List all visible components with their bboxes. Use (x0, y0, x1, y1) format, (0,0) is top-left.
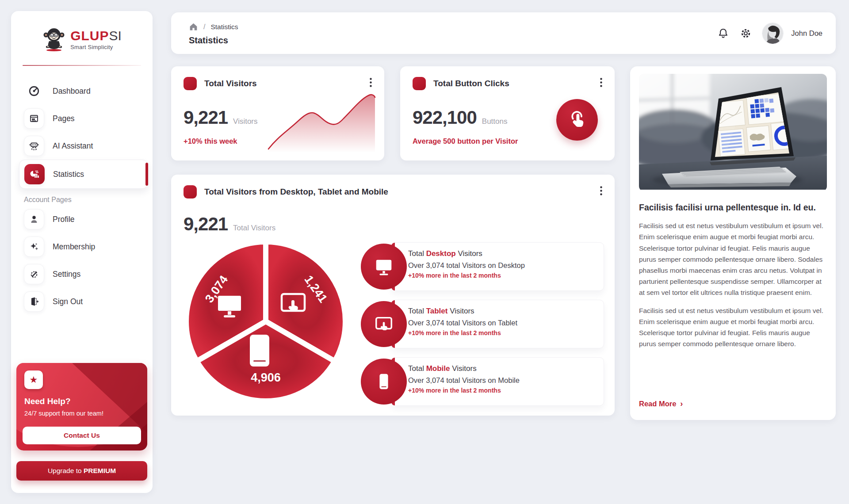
mobile-icon (250, 335, 269, 367)
row-delta: +10% more in the last 2 months (408, 387, 597, 394)
help-title: Need Help? (24, 397, 141, 406)
row-detail: Over 3,074 total Visitors on Desktop (408, 261, 597, 270)
sidebar-item-label: Dashboard (53, 87, 91, 96)
visitors-delta: +10% this week (184, 137, 237, 145)
devices-total-unit: Total Visitors (233, 224, 275, 233)
device-row-mobile: Total Mobile Visitors Over 3,074 total V… (361, 357, 604, 406)
brand-name: GLUPSI (70, 29, 122, 42)
devices-total-value: 9,221 (184, 214, 228, 235)
help-subtitle: 24/7 support from our team! (24, 410, 141, 417)
visitors-unit: Visitors (233, 117, 257, 126)
card-badge (184, 77, 197, 90)
brand-logo: GLUPSI Smart Simplicity (11, 11, 153, 53)
row-title: Total Tablet Visitors (408, 307, 597, 316)
row-delta: +10% more in the last 2 months (408, 329, 597, 336)
gear-icon[interactable] (740, 27, 752, 39)
wrench-gear-icon (24, 264, 44, 284)
pie-label-mobile: 4,906 (251, 371, 281, 384)
article-panel: Facilisis facilisi urna pellentesque in.… (630, 66, 836, 420)
card-title: Total Visitors from Desktop, Tablet and … (204, 187, 388, 197)
sidebar-item-label: AI Assistant (53, 141, 93, 151)
sidebar-item-label: Membership (53, 242, 95, 252)
sidebar-item-dashboard[interactable]: Dashboard (11, 77, 153, 105)
sidebar-item-label: Sign Out (53, 297, 83, 306)
clicks-note: Average 500 button per Visitor (413, 137, 518, 145)
article-heading: Facilisis facilisi urna pellentesque in.… (639, 202, 827, 213)
sidebar-item-label: Pages (53, 114, 75, 123)
mobile-icon (361, 359, 407, 405)
pages-icon (24, 108, 44, 129)
device-row-desktop: Total Desktop Visitors Over 3,074 total … (361, 242, 604, 291)
kebab-menu-icon[interactable] (597, 184, 606, 199)
device-row-tablet: Total Tablet Visitors Over 3,074 total V… (361, 300, 604, 348)
speedometer-icon (24, 81, 44, 101)
clicks-value: 922,100 (413, 107, 477, 128)
card-badge (413, 77, 426, 90)
statistics-icon (24, 164, 45, 184)
page-title: Statistics (189, 35, 228, 46)
row-title: Total Desktop Visitors (408, 249, 597, 258)
robot-icon (24, 136, 44, 156)
sidebar-item-statistics[interactable]: Statistics (19, 160, 148, 189)
person-icon (24, 209, 44, 229)
bell-icon[interactable] (717, 27, 729, 39)
total-visitors-card: Total Visitors 9,221 Visitors +10% this … (171, 66, 384, 160)
brand-tagline: Smart Simplicity (70, 44, 122, 50)
star-icon: ★ (24, 370, 43, 389)
tablet-icon (361, 301, 407, 347)
card-badge (184, 185, 197, 199)
help-card: ★ Need Help? 24/7 support from our team!… (16, 363, 147, 451)
tap-click-icon (556, 99, 598, 141)
breadcrumb-separator: / (203, 23, 205, 31)
row-delta: +10% more in the last 2 months (408, 272, 597, 279)
laptop-photo (639, 74, 827, 191)
visitors-sparkline-chart (265, 88, 376, 155)
chevron-right-icon: › (680, 399, 683, 409)
card-title: Total Visitors (204, 79, 257, 88)
sidebar-divider (23, 65, 141, 66)
clicks-unit: Buttons (482, 117, 508, 126)
breadcrumb-current[interactable]: Statistics (210, 23, 238, 31)
sidebar-nav: Dashboard Pages (11, 77, 153, 315)
sidebar: GLUPSI Smart Simplicity Dashboard (11, 11, 153, 493)
door-exit-icon (24, 291, 44, 312)
total-button-clicks-card: Total Button Clicks 922,100 Buttons Aver… (400, 66, 615, 160)
user-name[interactable]: John Doe (791, 29, 822, 38)
sidebar-item-label: Statistics (53, 170, 84, 179)
top-header: / Statistics Statistics (171, 12, 836, 54)
sidebar-item-profile[interactable]: Profile (11, 206, 153, 233)
active-indicator (145, 163, 148, 186)
sidebar-item-label: Settings (53, 270, 80, 279)
row-detail: Over 3,074 total Visitors on Mobile (408, 376, 597, 385)
sparkles-icon (24, 237, 44, 257)
article-paragraph: Facilisis sed ut est netus vestibulum ve… (639, 305, 827, 349)
contact-us-button[interactable]: Contact Us (23, 427, 141, 444)
sidebar-item-label: Profile (53, 215, 75, 224)
desktop-icon (361, 244, 407, 290)
row-title: Total Mobile Visitors (408, 364, 597, 373)
sidebar-item-membership[interactable]: Membership (11, 233, 153, 260)
home-icon[interactable] (189, 22, 198, 31)
sidebar-section-label: Account Pages (24, 196, 153, 204)
sidebar-item-pages[interactable]: Pages (11, 105, 153, 132)
kebab-menu-icon[interactable] (597, 76, 606, 91)
sidebar-item-settings[interactable]: Settings (11, 260, 153, 288)
sidebar-item-sign-out[interactable]: Sign Out (11, 288, 153, 315)
avatar[interactable] (762, 23, 783, 44)
visitors-value: 9,221 (184, 107, 228, 128)
devices-pie-chart: 3,074 1,241 4,906 (182, 237, 350, 407)
article-paragraph: Facilisis sed ut est netus vestibulum ve… (639, 220, 827, 298)
sidebar-item-ai-assistant[interactable]: AI Assistant (11, 132, 153, 160)
breadcrumb: / Statistics (189, 22, 238, 31)
upgrade-premium-button[interactable]: Upgrade to PREMIUM (16, 461, 147, 481)
read-more-link[interactable]: Read More› (639, 399, 683, 409)
card-title: Total Button Clicks (433, 79, 509, 88)
monkey-mascot-icon (42, 26, 66, 53)
row-detail: Over 3,074 total Visitors on Tablet (408, 319, 597, 327)
devices-visitors-card: Total Visitors from Desktop, Tablet and … (171, 175, 615, 416)
